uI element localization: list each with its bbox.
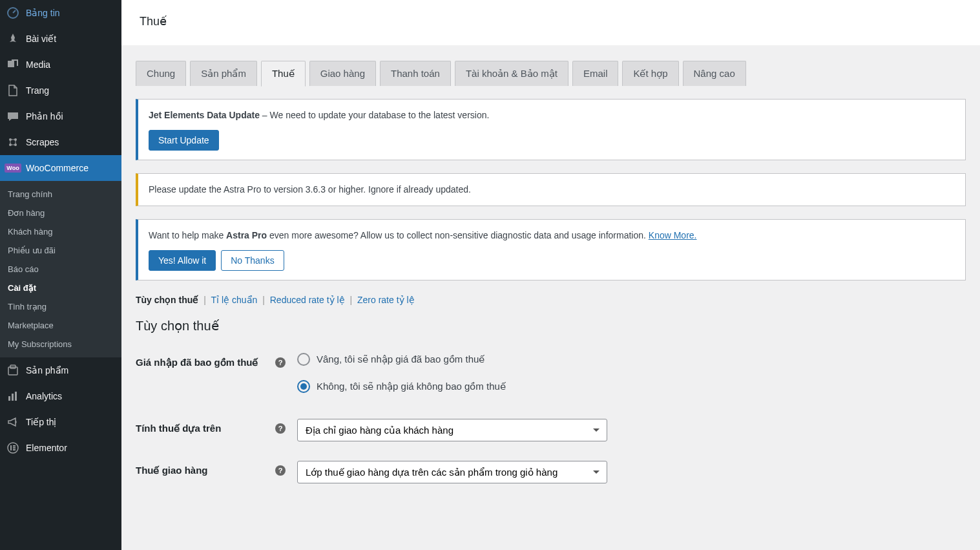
radio-icon: [297, 380, 310, 393]
menu-analytics[interactable]: Analytics: [0, 383, 121, 409]
help-tip-icon[interactable]: ?: [275, 357, 286, 368]
scrapes-icon: [6, 136, 19, 149]
start-update-button[interactable]: Start Update: [149, 130, 219, 151]
menu-pages[interactable]: Trang: [0, 78, 121, 103]
shipping-tax-select[interactable]: Lớp thuế giao hàng dựa trên các sản phẩm…: [297, 461, 607, 483]
notice-suffix: even more awesome? Allow us to collect n…: [267, 230, 649, 240]
submenu-settings[interactable]: Cài đặt: [0, 279, 121, 297]
menu-label: Scrapes: [26, 137, 59, 147]
tab-integration[interactable]: Kết hợp: [622, 61, 678, 86]
notice-bold: Astra Pro: [226, 230, 267, 240]
menu-label: Sản phẩm: [26, 365, 68, 375]
tab-accounts[interactable]: Tài khoản & Bảo mật: [455, 61, 568, 86]
megaphone-icon: [6, 416, 19, 428]
calculate-tax-label: Tính thuế dựa trên: [136, 423, 221, 434]
menu-comments[interactable]: Phản hồi: [0, 103, 121, 129]
svg-rect-12: [13, 445, 16, 447]
no-thanks-button[interactable]: No Thanks: [221, 250, 284, 271]
tab-general[interactable]: Chung: [136, 61, 186, 86]
tax-options-form: Giá nhập đã bao gồm thuế ? Vâng, tôi sẽ …: [136, 353, 966, 483]
menu-dashboard[interactable]: Bảng tin: [0, 0, 121, 26]
subnav-tax-options[interactable]: Tùy chọn thuế: [136, 295, 198, 305]
submenu-customers[interactable]: Khách hàng: [0, 222, 121, 241]
settings-tabs: Chung Sản phẩm Thuế Giao hàng Thanh toán…: [136, 45, 966, 86]
woocommerce-icon: Woo: [6, 162, 19, 175]
tab-products[interactable]: Sản phẩm: [190, 61, 257, 86]
subnav-reduced-rates[interactable]: Reduced rate tỷ lệ: [270, 295, 345, 305]
media-icon: [6, 58, 19, 71]
radio-label: Vâng, tôi sẽ nhập giá đã bao gồm thuế: [317, 354, 485, 365]
menu-label: Tiếp thị: [26, 417, 57, 427]
notice-astra-update: Please update the Astra Pro to version 3…: [136, 173, 966, 206]
shipping-tax-label: Thuế giao hàng: [136, 465, 208, 476]
allow-button[interactable]: Yes! Allow it: [149, 250, 216, 271]
submenu-coupons[interactable]: Phiếu ưu đãi: [0, 241, 121, 260]
menu-label: Phản hồi: [26, 111, 63, 122]
notice-astra-allow: Want to help make Astra Pro even more aw…: [136, 219, 966, 280]
notice-jet-update: Jet Elements Data Update – We need to up…: [136, 99, 966, 160]
tab-shipping[interactable]: Giao hàng: [309, 61, 376, 86]
notice-title: Jet Elements Data Update: [149, 110, 260, 120]
menu-label: Media: [26, 59, 50, 70]
menu-label: Elementor: [26, 443, 67, 453]
notice-text: Please update the Astra Pro to version 3…: [149, 183, 955, 196]
tab-tax[interactable]: Thuế: [261, 61, 306, 87]
page-header: Thuế: [121, 0, 980, 45]
menu-scrapes[interactable]: Scrapes: [0, 129, 121, 155]
svg-rect-8: [12, 394, 14, 401]
radio-icon: [297, 353, 310, 366]
calculate-tax-select[interactable]: Địa chỉ giao hàng của khách hàng: [297, 419, 607, 441]
comment-icon: [6, 110, 19, 123]
prices-no-radio[interactable]: Không, tôi sẽ nhập giá không bao gồm thu…: [297, 380, 966, 393]
prices-yes-radio[interactable]: Vâng, tôi sẽ nhập giá đã bao gồm thuế: [297, 353, 966, 366]
submenu-orders[interactable]: Đơn hàng: [0, 204, 121, 222]
svg-rect-9: [15, 392, 17, 401]
notice-prefix: Want to help make: [149, 230, 226, 240]
menu-products[interactable]: Sản phẩm: [0, 357, 121, 383]
svg-rect-13: [13, 447, 16, 449]
submenu-reports[interactable]: Báo cáo: [0, 260, 121, 279]
notice-text: – We need to update your database to the…: [260, 110, 489, 120]
radio-label: Không, tôi sẽ nhập giá không bao gồm thu…: [317, 381, 506, 392]
menu-marketing[interactable]: Tiếp thị: [0, 409, 121, 435]
menu-label: WooCommerce: [26, 163, 89, 173]
page-title: Thuế: [140, 14, 962, 28]
menu-posts[interactable]: Bài viết: [0, 26, 121, 52]
svg-rect-14: [13, 449, 16, 450]
submenu-status[interactable]: Tình trạng: [0, 297, 121, 316]
subnav-standard-rates[interactable]: Tỉ lệ chuẩn: [211, 295, 258, 305]
menu-label: Analytics: [26, 391, 62, 401]
analytics-icon: [6, 390, 19, 403]
pin-icon: [6, 32, 19, 45]
main-content: Thuế Chung Sản phẩm Thuế Giao hàng Thanh…: [121, 0, 980, 550]
product-icon: [6, 364, 19, 377]
svg-rect-11: [10, 445, 12, 450]
menu-label: Bảng tin: [26, 8, 60, 18]
prices-include-tax-label: Giá nhập đã bao gồm thuế: [136, 357, 258, 368]
tab-advanced[interactable]: Nâng cao: [683, 61, 746, 86]
help-tip-icon[interactable]: ?: [275, 465, 286, 476]
tab-emails[interactable]: Email: [572, 61, 619, 86]
menu-woocommerce[interactable]: Woo WooCommerce: [0, 155, 121, 181]
svg-rect-7: [8, 396, 10, 401]
menu-media[interactable]: Media: [0, 52, 121, 78]
section-title: Tùy chọn thuế: [136, 318, 966, 333]
subnav-zero-rates[interactable]: Zero rate tỷ lệ: [357, 295, 415, 305]
dashboard-icon: [6, 6, 19, 19]
admin-sidebar: Bảng tin Bài viết Media Trang Phản hồi S…: [0, 0, 121, 550]
menu-label: Trang: [26, 85, 49, 96]
submenu-marketplace[interactable]: Marketplace: [0, 316, 121, 335]
help-tip-icon[interactable]: ?: [275, 423, 286, 434]
menu-elementor[interactable]: Elementor: [0, 435, 121, 461]
elementor-icon: [6, 441, 19, 454]
know-more-link[interactable]: Know More.: [649, 230, 697, 240]
page-icon: [6, 84, 19, 97]
menu-label: Bài viết: [26, 34, 56, 44]
submenu-subscriptions[interactable]: My Subscriptions: [0, 335, 121, 354]
woocommerce-submenu: Trang chính Đơn hàng Khách hàng Phiếu ưu…: [0, 181, 121, 357]
submenu-home[interactable]: Trang chính: [0, 185, 121, 204]
tax-subnav: Tùy chọn thuế | Tỉ lệ chuẩn | Reduced ra…: [136, 295, 966, 305]
tab-payments[interactable]: Thanh toán: [380, 61, 451, 86]
